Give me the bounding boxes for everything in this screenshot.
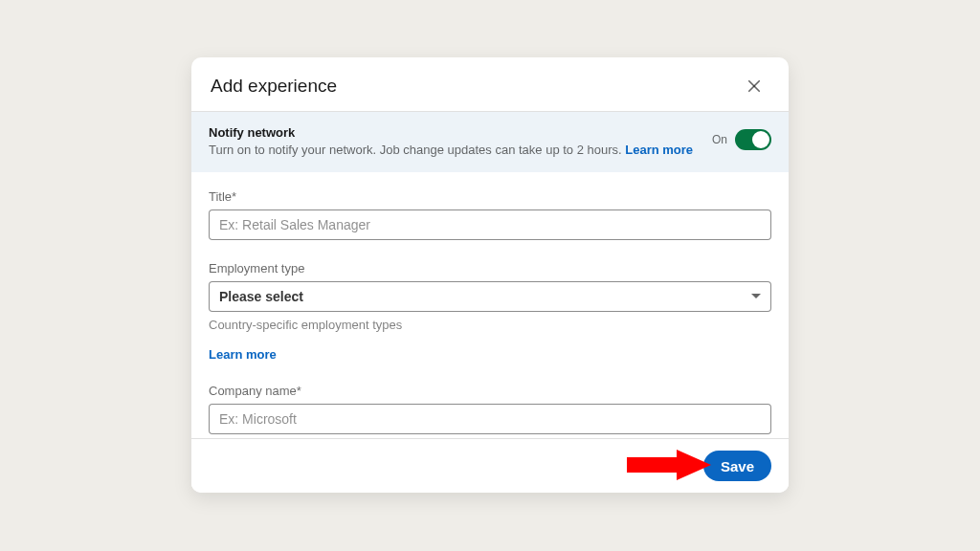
employment-type-selected: Please select xyxy=(219,289,303,304)
modal-header: Add experience xyxy=(191,57,789,112)
close-icon xyxy=(746,77,763,95)
save-button[interactable]: Save xyxy=(703,451,771,481)
company-label: Company name* xyxy=(209,384,771,398)
company-input[interactable] xyxy=(209,404,771,434)
modal-title: Add experience xyxy=(211,76,337,97)
form-area: Title* Employment type Please select Cou… xyxy=(191,172,789,438)
toggle-state-label: On xyxy=(712,133,727,146)
employment-type-select[interactable]: Please select xyxy=(209,281,771,312)
notify-description-text: Turn on to notify your network. Job chan… xyxy=(209,143,625,157)
company-group: Company name* xyxy=(209,384,771,434)
title-label: Title* xyxy=(209,189,771,204)
modal-body[interactable]: Notify network Turn on to notify your ne… xyxy=(191,112,789,438)
modal-footer: Save xyxy=(191,438,789,493)
employment-type-group: Employment type Please select Country-sp… xyxy=(209,261,771,363)
employment-type-label: Employment type xyxy=(209,261,771,276)
add-experience-modal: Add experience Notify network Turn on to… xyxy=(191,57,789,493)
close-button[interactable] xyxy=(739,71,769,101)
title-group: Title* xyxy=(209,189,771,240)
employment-type-helper: Country-specific employment types xyxy=(209,318,771,332)
notify-description: Turn on to notify your network. Job chan… xyxy=(209,142,701,159)
chevron-down-icon xyxy=(751,294,761,298)
notify-toggle-wrap: On xyxy=(712,125,771,150)
notify-toggle[interactable] xyxy=(735,129,771,150)
employment-type-learn-more-link[interactable]: Learn more xyxy=(209,347,277,362)
title-input[interactable] xyxy=(209,209,771,240)
notify-heading: Notify network xyxy=(209,125,701,140)
notify-text: Notify network Turn on to notify your ne… xyxy=(209,125,701,159)
notify-learn-more-link[interactable]: Learn more xyxy=(625,143,693,157)
notify-network-panel: Notify network Turn on to notify your ne… xyxy=(191,112,789,172)
